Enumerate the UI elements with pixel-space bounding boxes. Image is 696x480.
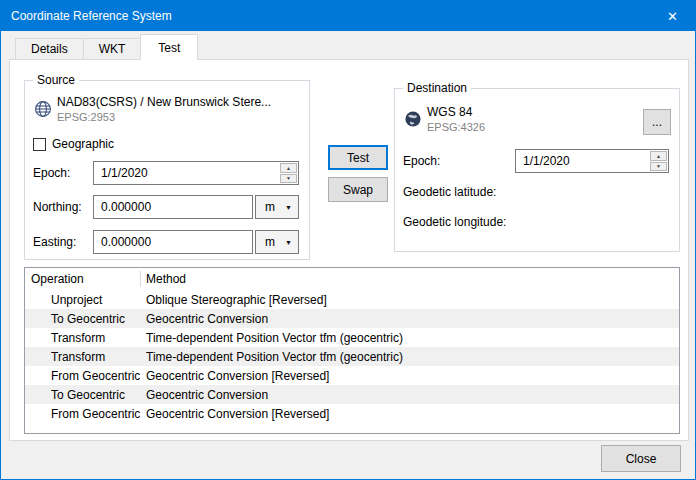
operation-cell: Unproject	[25, 293, 140, 307]
operation-cell: To Geocentric	[25, 312, 140, 326]
northing-label: Northing:	[33, 200, 93, 214]
method-cell: Geocentric Conversion [Reversed]	[140, 369, 329, 383]
easting-value: 0.000000	[101, 235, 151, 249]
source-group: Source NAD83(CSRS) / New Brunswick Stere…	[24, 80, 310, 260]
operation-cell: From Geocentric	[25, 407, 140, 421]
source-epoch-value: 1/1/2020	[101, 166, 148, 180]
operations-table-header: Operation Method	[25, 268, 679, 290]
method-cell: Geocentric Conversion	[140, 388, 268, 402]
table-row[interactable]: From GeocentricGeocentric Conversion [Re…	[25, 366, 679, 385]
destination-group: Destination WGS 84 EPSG:4326 ... Epoch: …	[394, 88, 680, 252]
swap-button[interactable]: Swap	[328, 177, 388, 202]
easting-input[interactable]: 0.000000	[93, 230, 253, 254]
easting-unit-value: m	[265, 235, 275, 249]
tab-bar: DetailsWKTTest	[15, 34, 197, 60]
table-row[interactable]: TransformTime-dependent Position Vector …	[25, 328, 679, 347]
easting-unit-combo[interactable]: m ▼	[255, 230, 299, 254]
method-cell: Oblique Stereographic [Reversed]	[140, 293, 327, 307]
northing-unit-combo[interactable]: m ▼	[255, 195, 299, 219]
northing-unit-value: m	[265, 200, 275, 214]
geodetic-latitude-label: Geodetic latitude:	[403, 185, 496, 199]
destination-crs-row: WGS 84 EPSG:4326	[403, 105, 635, 133]
geodetic-longitude-label: Geodetic longitude:	[403, 215, 506, 229]
operations-table: Operation Method UnprojectOblique Stereo…	[24, 267, 680, 434]
northing-input[interactable]: 0.000000	[93, 195, 253, 219]
operations-table-body: UnprojectOblique Stereographic [Reversed…	[25, 290, 679, 423]
epoch-spin-down-icon[interactable]: ▼	[280, 174, 297, 184]
tab-wkt[interactable]: WKT	[83, 38, 142, 60]
table-row[interactable]: TransformTime-dependent Position Vector …	[25, 347, 679, 366]
browse-crs-button[interactable]: ...	[643, 109, 671, 135]
table-row[interactable]: From GeocentricGeocentric Conversion [Re…	[25, 404, 679, 423]
chevron-down-icon: ▼	[285, 239, 292, 246]
epoch-spin-up-icon[interactable]: ▲	[650, 151, 667, 161]
source-group-label: Source	[33, 73, 79, 87]
destination-group-label: Destination	[403, 81, 471, 95]
table-row[interactable]: To GeocentricGeocentric Conversion	[25, 385, 679, 404]
tab-details[interactable]: Details	[15, 38, 84, 60]
column-divider	[140, 271, 141, 287]
method-cell: Geocentric Conversion	[140, 312, 268, 326]
source-crs-row: NAD83(CSRS) / New Brunswick Stere... EPS…	[33, 95, 301, 123]
operation-cell: Transform	[25, 331, 140, 345]
tab-test[interactable]: Test	[140, 34, 198, 60]
source-crs-code: EPSG:2953	[57, 111, 271, 123]
test-tab-page: Source NAD83(CSRS) / New Brunswick Stere…	[9, 59, 689, 441]
destination-crs-name: WGS 84	[427, 105, 485, 119]
geographic-checkbox-row: Geographic	[33, 137, 114, 151]
window-close-button[interactable]: ✕	[650, 1, 695, 31]
wireframe-globe-icon	[33, 99, 53, 119]
method-cell: Time-dependent Position Vector tfm (geoc…	[140, 331, 403, 345]
table-row[interactable]: UnprojectOblique Stereographic [Reversed…	[25, 290, 679, 309]
test-button[interactable]: Test	[328, 145, 388, 170]
source-epoch-label: Epoch:	[33, 166, 93, 180]
operation-column-header[interactable]: Operation	[25, 272, 140, 286]
operation-cell: From Geocentric	[25, 369, 140, 383]
northing-value: 0.000000	[101, 200, 151, 214]
source-crs-name: NAD83(CSRS) / New Brunswick Stere...	[57, 95, 271, 109]
epoch-spin-up-icon[interactable]: ▲	[280, 163, 297, 173]
close-button[interactable]: Close	[601, 445, 681, 472]
geographic-checkbox[interactable]	[33, 138, 46, 151]
chevron-down-icon: ▼	[285, 204, 292, 211]
operation-cell: Transform	[25, 350, 140, 364]
epoch-spin-down-icon[interactable]: ▼	[650, 162, 667, 172]
earth-globe-icon	[403, 109, 423, 129]
operation-cell: To Geocentric	[25, 388, 140, 402]
title-bar: Coordinate Reference System	[1, 1, 695, 31]
destination-epoch-value: 1/1/2020	[523, 154, 570, 168]
geographic-label: Geographic	[52, 137, 114, 151]
close-icon: ✕	[667, 9, 678, 24]
method-column-header[interactable]: Method	[140, 272, 186, 286]
window-title: Coordinate Reference System	[11, 9, 172, 23]
destination-epoch-spinbox[interactable]: 1/1/2020 ▲ ▼	[515, 149, 669, 173]
method-cell: Time-dependent Position Vector tfm (geoc…	[140, 350, 403, 364]
crs-dialog: Coordinate Reference System ✕ DetailsWKT…	[0, 0, 696, 480]
source-epoch-spinbox[interactable]: 1/1/2020 ▲ ▼	[93, 161, 299, 185]
table-row[interactable]: To GeocentricGeocentric Conversion	[25, 309, 679, 328]
easting-label: Easting:	[33, 235, 93, 249]
destination-epoch-label: Epoch:	[403, 154, 515, 168]
destination-crs-code: EPSG:4326	[427, 121, 485, 133]
method-cell: Geocentric Conversion [Reversed]	[140, 407, 329, 421]
